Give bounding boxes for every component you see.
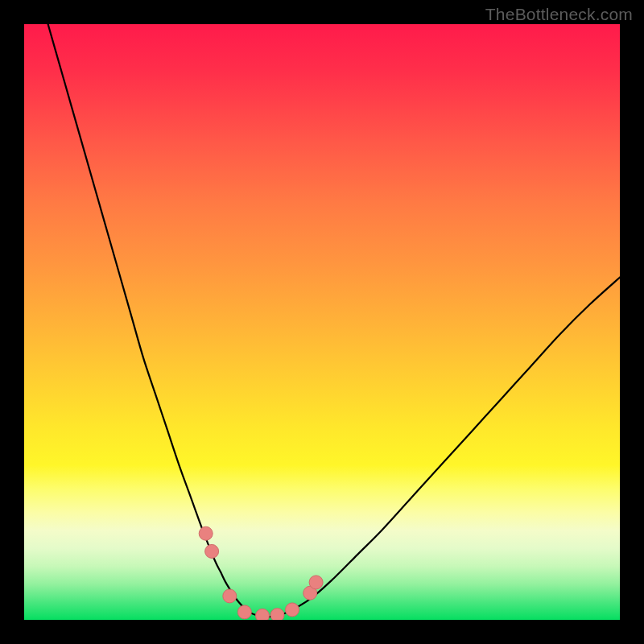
chart-frame: TheBottleneck.com [0,0,644,644]
plot-area [24,24,620,620]
curve-marker [205,544,219,558]
curve-markers [199,526,323,620]
bottleneck-curve [48,24,620,617]
watermark-text: TheBottleneck.com [485,5,633,24]
bottleneck-curve-svg [24,24,620,620]
curve-marker [237,605,251,619]
curve-marker [286,603,299,617]
curve-marker [270,609,284,620]
curve-marker [309,576,323,589]
curve-marker [223,589,237,603]
curve-marker [199,526,213,540]
curve-marker [256,609,270,620]
